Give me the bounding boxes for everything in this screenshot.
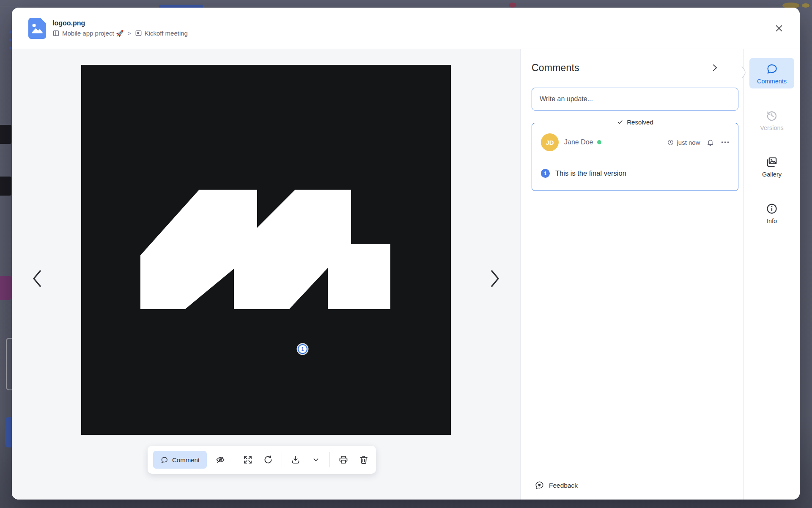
breadcrumb-page-label: Kickoff meeting xyxy=(145,30,188,37)
gallery-tab-label: Gallery xyxy=(762,171,782,178)
breadcrumb-page-link[interactable]: Kickoff meeting xyxy=(135,30,188,37)
printer-icon xyxy=(338,455,348,465)
close-button[interactable] xyxy=(773,22,785,35)
delete-button[interactable] xyxy=(357,453,370,467)
comments-panel-header: Comments xyxy=(532,62,738,74)
comment-header-row: JD Jane Doe just now xyxy=(541,133,730,151)
download-button[interactable] xyxy=(289,453,302,467)
tab-versions[interactable]: Versions xyxy=(749,105,794,135)
close-icon xyxy=(774,24,784,33)
background-button-remnant xyxy=(159,5,203,8)
feedback-heart-bubble-icon xyxy=(535,480,544,490)
doc-icon xyxy=(135,30,142,37)
comments-tab-icon xyxy=(765,63,778,75)
feedback-label: Feedback xyxy=(549,482,578,489)
gallery-icon xyxy=(765,156,778,168)
panel-resize-handle[interactable] xyxy=(741,66,747,79)
annotation-marker-1[interactable]: 1 xyxy=(298,344,307,354)
download-icon xyxy=(291,455,301,465)
breadcrumb-separator: > xyxy=(126,30,132,37)
comments-panel: Comments Resolved JD Jane Doe xyxy=(520,49,743,500)
comments-tab-label: Comments xyxy=(757,78,787,85)
viewer-toolbar: Comment xyxy=(148,446,376,474)
toolbar-divider xyxy=(329,452,330,467)
avatar: JD xyxy=(541,133,559,151)
file-name: logoo.png xyxy=(52,19,188,27)
breadcrumb-board-label: Mobile app project 🚀 xyxy=(62,30,123,37)
file-title-block: logoo.png Mobile app project 🚀 > Kickoff… xyxy=(52,19,188,37)
image-viewer: 1 Comment xyxy=(12,49,520,500)
comment-menu-button[interactable] xyxy=(721,140,730,145)
image-preview: 1 xyxy=(81,65,451,435)
hide-annotations-button[interactable] xyxy=(214,453,227,467)
expand-icon xyxy=(243,455,253,465)
comment-author: Jane Doe xyxy=(564,138,593,146)
info-icon xyxy=(765,202,778,215)
chevron-down-icon xyxy=(312,456,320,464)
modal-header: logoo.png Mobile app project 🚀 > Kickoff… xyxy=(12,8,800,49)
versions-tab-label: Versions xyxy=(760,124,784,131)
resolved-label: Resolved xyxy=(627,119,653,126)
toolbar-divider xyxy=(234,452,234,467)
modal-body: 1 Comment xyxy=(12,49,800,500)
timestamp-label: just now xyxy=(677,139,700,146)
breadcrumb: Mobile app project 🚀 > Kickoff meeting xyxy=(52,30,188,37)
comment-timestamp: just now xyxy=(667,139,700,146)
next-file-button[interactable] xyxy=(486,268,504,290)
versions-history-icon xyxy=(765,109,778,122)
clock-icon xyxy=(667,139,674,146)
background-sidebar-item xyxy=(0,177,11,196)
tab-gallery[interactable]: Gallery xyxy=(749,151,794,182)
comment-body-row: 1 This is the final version xyxy=(541,169,730,178)
breadcrumb-board-link[interactable]: Mobile app project 🚀 xyxy=(52,30,123,37)
panel-spacer xyxy=(532,191,738,480)
image-file-icon xyxy=(28,17,47,39)
toolbar-divider xyxy=(282,452,282,467)
background-sidebar-item xyxy=(0,125,11,144)
comment-card: Resolved JD Jane Doe just now xyxy=(532,123,738,191)
previous-file-button[interactable] xyxy=(28,268,47,290)
rotate-button[interactable] xyxy=(261,453,275,467)
comment-button[interactable]: Comment xyxy=(153,451,207,469)
bell-icon xyxy=(706,138,714,146)
background-avatar-remnant xyxy=(802,3,809,8)
board-icon xyxy=(52,30,60,37)
online-presence-dot xyxy=(597,140,601,144)
sidebar-tab-rail: Comments Versions Gallery Info xyxy=(743,49,800,500)
check-icon xyxy=(617,119,623,125)
print-button[interactable] xyxy=(337,453,350,467)
fullscreen-button[interactable] xyxy=(241,453,255,467)
speech-bubble-icon xyxy=(160,456,168,464)
trash-icon xyxy=(359,455,369,465)
rotate-icon xyxy=(263,455,273,465)
tab-comments[interactable]: Comments xyxy=(749,58,794,88)
chevron-right-icon xyxy=(488,269,501,288)
info-tab-label: Info xyxy=(767,218,777,224)
feedback-button[interactable]: Feedback xyxy=(532,480,578,490)
collapse-panel-button[interactable] xyxy=(709,62,721,74)
comment-meta: just now xyxy=(667,138,730,147)
tab-info[interactable]: Info xyxy=(749,198,794,228)
background-notification-dot xyxy=(509,3,516,8)
comment-button-label: Comment xyxy=(172,456,200,464)
notification-bell-button[interactable] xyxy=(706,138,715,147)
comments-panel-title: Comments xyxy=(532,62,579,74)
background-sidebar-item xyxy=(0,276,11,300)
file-preview-modal: logoo.png Mobile app project 🚀 > Kickoff… xyxy=(12,8,800,500)
chevron-left-icon xyxy=(31,269,44,288)
background-divider-line xyxy=(0,6,812,6)
comment-text: This is the final version xyxy=(555,169,626,177)
comment-marker-badge[interactable]: 1 xyxy=(541,169,550,178)
write-update-input[interactable] xyxy=(532,88,738,110)
resolved-status[interactable]: Resolved xyxy=(612,119,658,126)
logo-m-image xyxy=(81,65,451,435)
eye-slash-icon xyxy=(215,455,225,465)
chevron-right-icon xyxy=(710,63,719,72)
download-options-button[interactable] xyxy=(309,453,323,467)
